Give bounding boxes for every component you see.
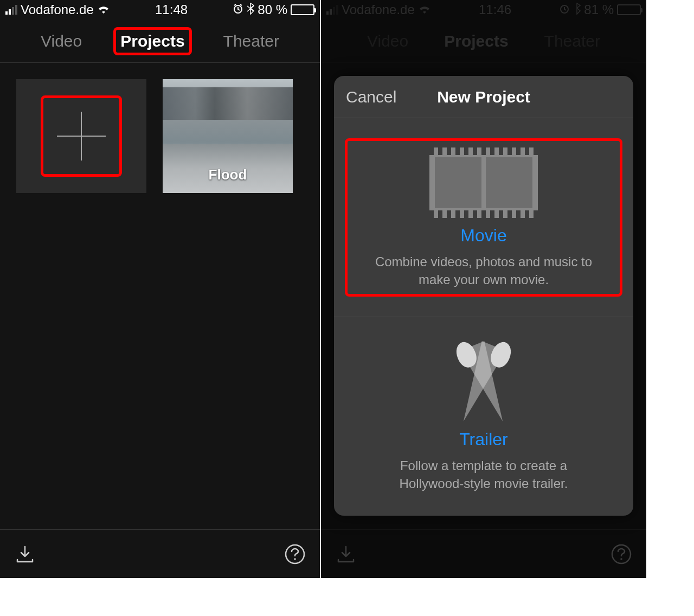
signal-icon xyxy=(5,5,17,15)
new-project-tile[interactable] xyxy=(16,79,146,193)
status-left: Vodafone.de xyxy=(5,2,110,17)
option-trailer-desc: Follow a template to create a Hollywood-… xyxy=(370,457,597,492)
sheet-header: Cancel New Project xyxy=(334,76,633,118)
status-right: 80 % xyxy=(233,2,314,17)
battery-label: 80 % xyxy=(258,2,287,17)
battery-icon xyxy=(291,4,314,15)
help-icon[interactable] xyxy=(284,543,306,565)
new-project-sheet: Cancel New Project Movie Combine videos,… xyxy=(334,76,633,516)
project-label: Flood xyxy=(209,166,247,183)
project-tile-flood[interactable]: Flood xyxy=(163,79,293,193)
spotlights-icon xyxy=(438,341,530,422)
filmstrip-icon xyxy=(429,147,538,218)
clock-label: 11:48 xyxy=(110,2,233,17)
bluetooth-icon xyxy=(247,3,254,17)
projects-grid: Flood xyxy=(0,63,320,209)
bottom-toolbar xyxy=(0,529,320,578)
carrier-label: Vodafone.de xyxy=(21,2,94,17)
tab-theater[interactable]: Theater xyxy=(219,30,284,53)
status-bar: Vodafone.de 11:48 80 % xyxy=(0,0,320,20)
option-trailer[interactable]: Trailer Follow a template to create a Ho… xyxy=(334,317,633,516)
plus-icon xyxy=(41,95,122,177)
screen-new-project: Vodafone.de 11:46 81 % Video Projects Th… xyxy=(321,0,646,578)
option-movie-desc: Combine videos, photos and music to make… xyxy=(370,253,597,288)
tab-bar: Video Projects Theater xyxy=(0,20,320,63)
svg-point-5 xyxy=(620,558,622,560)
option-movie-highlight: Movie Combine videos, photos and music t… xyxy=(345,138,622,297)
screen-projects: Vodafone.de 11:48 80 % Video Projects Th… xyxy=(0,0,320,578)
project-thumbnail: Flood xyxy=(163,79,293,193)
tab-video[interactable]: Video xyxy=(36,30,86,53)
wifi-icon xyxy=(97,4,110,16)
option-movie[interactable]: Movie Combine videos, photos and music t… xyxy=(334,118,633,317)
alarm-icon xyxy=(233,3,243,17)
tab-projects[interactable]: Projects xyxy=(113,27,191,55)
svg-point-2 xyxy=(294,558,296,560)
bottom-toolbar xyxy=(321,529,646,578)
cancel-button[interactable]: Cancel xyxy=(334,88,396,106)
help-icon[interactable] xyxy=(611,543,632,565)
import-icon[interactable] xyxy=(335,543,357,565)
option-movie-title: Movie xyxy=(460,226,506,246)
import-icon[interactable] xyxy=(14,543,36,565)
option-trailer-title: Trailer xyxy=(459,429,507,450)
